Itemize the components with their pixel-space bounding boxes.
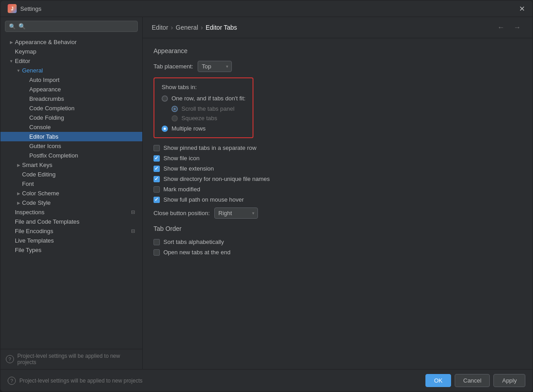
sidebar-item-postfix-completion[interactable]: Postfix Completion [0, 151, 142, 160]
sidebar-item-live-templates[interactable]: Live Templates [0, 236, 142, 245]
close-btn-position-select-wrapper: Right Left Inactivetab [214, 207, 258, 219]
sidebar-item-code-folding[interactable]: Code Folding [0, 113, 142, 122]
cb-show-full-path-label: Show full path on mouse hover [163, 196, 244, 203]
radio-multiple-rows: Multiple rows [162, 125, 245, 132]
cb-show-file-icon[interactable] [154, 155, 160, 162]
breadcrumb-sep1: › [171, 24, 173, 31]
cb-show-directory-label: Show directory for non-unique file names [163, 176, 270, 182]
radio-multiple-rows-label: Multiple rows [172, 125, 206, 132]
sidebar-item-label: Editor Tabs [29, 133, 59, 140]
nav-buttons: ← → [495, 23, 524, 32]
sidebar-item-inspections[interactable]: Inspections ⊟ [0, 207, 142, 217]
sidebar-item-label: File Types [15, 247, 41, 253]
apply-button[interactable]: Apply [493, 374, 525, 387]
radio-scroll-label: Scroll the tabs panel [181, 105, 235, 112]
sidebar-item-label: Appearance [29, 86, 61, 93]
cb-show-file-icon-row: Show file icon [154, 155, 522, 162]
sidebar-item-file-encodings[interactable]: File Encodings ⊟ [0, 226, 142, 236]
sidebar-item-code-completion[interactable]: Code Completion [0, 104, 142, 113]
title-bar-left: J Settings [8, 4, 41, 13]
sidebar-item-file-code-templates[interactable]: File and Code Templates [0, 217, 142, 226]
cb-show-full-path[interactable] [154, 197, 160, 203]
sidebar-item-general[interactable]: ▼ General [0, 66, 142, 75]
sidebar-item-smart-keys[interactable]: ▶ Smart Keys [0, 160, 142, 170]
footer-note: Project-level settings will be applied t… [18, 353, 137, 365]
sidebar-item-editor-tabs[interactable]: Editor Tabs [0, 132, 142, 141]
sidebar: 🔍 ▶ Appearance & Behavior Keymap ▼ Edito… [0, 17, 143, 369]
sidebar-item-color-scheme[interactable]: ▶ Color Scheme [0, 189, 142, 198]
cancel-button[interactable]: Cancel [455, 374, 490, 387]
arrow-icon: ▼ [15, 68, 22, 73]
cb-mark-modified[interactable] [154, 186, 160, 193]
sidebar-item-gutter-icons[interactable]: Gutter Icons [0, 141, 142, 151]
cb-open-new-at-end-label: Open new tabs at the end [163, 249, 230, 256]
footer-note: Project-level settings will be applied t… [19, 378, 142, 384]
radio-squeeze-input[interactable] [172, 115, 178, 122]
cb-pinned-separate-row: Show pinned tabs in a separate row [154, 144, 522, 151]
sidebar-item-label: Font [22, 180, 34, 187]
search-box[interactable]: 🔍 [5, 21, 138, 32]
ok-button[interactable]: OK [425, 374, 451, 387]
radio-squeeze-label: Squeeze tabs [181, 115, 217, 122]
close-button[interactable]: ✕ [518, 5, 525, 12]
sidebar-item-label: Appearance & Behavior [15, 39, 77, 45]
sidebar-item-keymap[interactable]: Keymap [0, 47, 142, 56]
main-content: Editor › General › Editor Tabs ← → Appea… [143, 17, 533, 369]
cb-sort-alphabetically-row: Sort tabs alphabetically [154, 239, 522, 245]
search-input[interactable] [18, 23, 134, 30]
sidebar-tree: ▶ Appearance & Behavior Keymap ▼ Editor … [0, 36, 142, 349]
cb-show-file-extension-label: Show file extension [163, 165, 214, 172]
footer-left: ? Project-level settings will be applied… [8, 377, 142, 385]
forward-button[interactable]: → [511, 23, 524, 32]
sidebar-item-label: Inspections [15, 209, 45, 216]
footer-buttons: OK Cancel Apply [425, 374, 525, 387]
close-btn-position-label: Close button position: [154, 210, 210, 216]
sidebar-item-code-editing[interactable]: Code Editing [0, 170, 142, 179]
cb-mark-modified-row: Mark modified [154, 186, 522, 193]
breadcrumb-current: Editor Tabs [206, 24, 237, 31]
arrow-icon: ▼ [8, 59, 15, 63]
sidebar-item-label: General [22, 67, 43, 74]
tab-placement-row: Tab placement: Top Bottom Left Right Non… [154, 61, 522, 72]
breadcrumb-sep2: › [201, 24, 203, 31]
cb-show-file-extension[interactable] [154, 166, 160, 172]
arrow-icon: ▶ [15, 191, 22, 196]
title-bar: J Settings ✕ [0, 0, 533, 17]
show-tabs-label: Show tabs in: [162, 84, 245, 90]
sidebar-item-font[interactable]: Font [0, 179, 142, 189]
cb-pinned-separate-label: Show pinned tabs in a separate row [163, 144, 257, 151]
radio-scroll: Scroll the tabs panel [172, 105, 245, 112]
radio-one-row-input[interactable] [162, 95, 168, 102]
cb-mark-modified-label: Mark modified [163, 186, 200, 193]
sidebar-item-file-types[interactable]: File Types [0, 245, 142, 255]
back-button[interactable]: ← [495, 23, 507, 32]
sub-radio-group: Scroll the tabs panel Squeeze tabs [172, 105, 245, 122]
close-btn-position-select[interactable]: Right Left Inactivetab [214, 207, 258, 219]
tab-placement-select-wrapper: Top Bottom Left Right None [198, 61, 232, 72]
sidebar-item-breadcrumbs[interactable]: Breadcrumbs [0, 94, 142, 104]
sidebar-item-appearance-behavior[interactable]: ▶ Appearance & Behavior [0, 37, 142, 47]
radio-multiple-rows-input[interactable] [162, 126, 168, 132]
sidebar-item-code-style[interactable]: ▶ Code Style [0, 198, 142, 207]
help-button[interactable]: ? [6, 355, 14, 363]
sidebar-item-auto-import[interactable]: Auto Import [0, 75, 142, 85]
sidebar-item-label: Auto Import [29, 77, 59, 83]
sidebar-item-label: Gutter Icons [29, 143, 61, 149]
sidebar-item-appearance[interactable]: Appearance [0, 85, 142, 94]
cb-show-file-extension-row: Show file extension [154, 165, 522, 172]
cb-open-new-at-end[interactable] [154, 249, 160, 256]
breadcrumb-general: General [176, 24, 198, 31]
tab-placement-select[interactable]: Top Bottom Left Right None [198, 61, 232, 72]
cb-sort-alphabetically[interactable] [154, 239, 160, 245]
tab-placement-label: Tab placement: [154, 63, 193, 70]
tab-order-section-title: Tab Order [154, 225, 522, 232]
sidebar-item-label: Editor [15, 58, 30, 64]
radio-scroll-input[interactable] [172, 106, 178, 112]
footer-help-button[interactable]: ? [8, 377, 16, 385]
dialog-body: 🔍 ▶ Appearance & Behavior Keymap ▼ Edito… [0, 17, 533, 369]
sidebar-item-editor[interactable]: ▼ Editor [0, 56, 142, 66]
sidebar-item-console[interactable]: Console [0, 122, 142, 132]
search-icon: 🔍 [9, 23, 16, 30]
cb-pinned-separate[interactable] [154, 145, 160, 151]
cb-show-directory[interactable] [154, 176, 160, 182]
